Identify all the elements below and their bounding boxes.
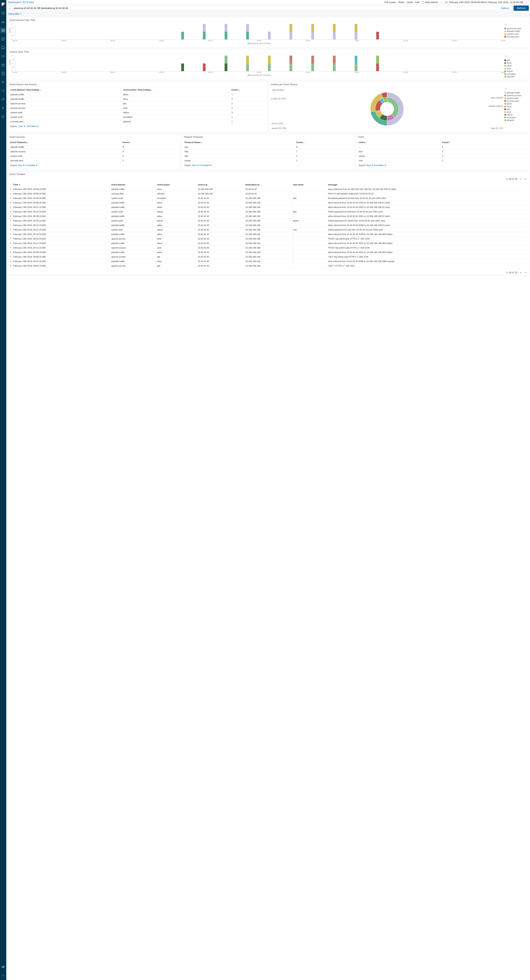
query-options[interactable]: Options [500, 7, 511, 10]
legend-item[interactable]: apache.access [504, 94, 525, 97]
table-row[interactable]: sftp2 [184, 154, 353, 158]
table-row[interactable]: apache.accesspost2 [10, 106, 265, 110]
col-message[interactable]: message [327, 182, 527, 187]
legend-item[interactable]: get [504, 59, 525, 62]
est-chart[interactable]: Count 00.5 11.5 2 08:1508:3008:4509:0009… [10, 23, 503, 46]
col-time[interactable]: Time ▼ [12, 182, 110, 187]
table-row[interactable]: system.authaccepted1 [10, 115, 265, 119]
nav-canvas[interactable] [0, 45, 6, 51]
col-sourceip[interactable]: source.ip [197, 182, 244, 187]
expand-row-icon[interactable]: ▸ [10, 187, 12, 191]
legend-item[interactable]: system.auth [504, 97, 525, 100]
col-action[interactable]: event.action: Descending◇ [122, 88, 231, 92]
nav-collapse[interactable] [0, 972, 6, 978]
expand-row-icon[interactable]: ▸ [10, 259, 12, 264]
legend-item[interactable]: failure [504, 113, 525, 116]
col-users[interactable]: Users◇ [358, 140, 441, 145]
expand-row-icon[interactable]: ▸ [10, 232, 12, 237]
table-row[interactable]: ssh8 [184, 145, 353, 150]
expand-row-icon[interactable]: ▸ [10, 228, 12, 232]
col-dataset[interactable]: Event Datasets◇ [10, 140, 121, 145]
table-row[interactable]: system.auth4 [10, 154, 178, 158]
expand-row-icon[interactable]: ▸ [10, 250, 12, 255]
nav-discover[interactable] [0, 10, 6, 16]
table-row[interactable]: ▸February 13th 2019, 09:26:19.000system.… [10, 218, 527, 223]
legend-item[interactable]: accepted [504, 73, 525, 75]
nav-apm[interactable] [0, 79, 6, 85]
export-raw[interactable]: Raw ⬇ [19, 125, 25, 127]
table-row[interactable]: paloalto.trafficdeny2 [10, 97, 265, 101]
breadcrumb-current[interactable]: ECS Intro [23, 1, 34, 4]
nav-timelion[interactable] [0, 36, 6, 42]
export-raw[interactable]: Raw ⬇ [18, 164, 25, 166]
nav-ml[interactable] [0, 53, 6, 59]
col-destip[interactable]: destination.ip [244, 182, 292, 187]
export-formatted[interactable]: Formatted ⬇ [374, 164, 386, 166]
table-row[interactable]: suricata.alertallowed1 [10, 119, 265, 124]
col-action[interactable]: event.action [156, 182, 197, 187]
legend-item[interactable]: get [504, 108, 525, 111]
expand-row-icon[interactable]: ▸ [10, 223, 12, 228]
table-row[interactable]: ▸February 13th 2019, 09:46:19.000paloalt… [10, 187, 527, 191]
table-row[interactable]: ▸February 13th 2019, 09:16:19.000apache.… [10, 237, 527, 241]
col-dataset[interactable]: event.dataset: Descending◇ [10, 88, 122, 92]
table-row[interactable]: ▸February 13th 2019, 09:36:19.000paloalt… [10, 200, 527, 205]
pager-prev-icon[interactable] [519, 271, 522, 274]
table-row[interactable]: ▸February 13th 2019, 09:16:19.000paloalt… [10, 232, 527, 237]
chevron-right-icon[interactable] [504, 88, 507, 90]
legend-item[interactable]: paloalto.traffic [504, 30, 525, 33]
legend-item[interactable]: deny [504, 62, 525, 64]
expand-row-icon[interactable]: ▸ [10, 237, 12, 241]
nav-dashboard[interactable] [0, 27, 6, 33]
expand-row-icon[interactable]: ▸ [10, 241, 12, 246]
nav-logs[interactable] [0, 70, 6, 76]
expand-row-icon[interactable]: ▸ [10, 200, 12, 205]
nav-monitoring[interactable] [0, 105, 6, 111]
table-row[interactable]: ▸February 13th 2019, 09:26:19.000paloalt… [10, 214, 527, 218]
expand-row-icon[interactable]: ▸ [10, 214, 12, 218]
legend-item[interactable]: post [504, 111, 525, 113]
table-row[interactable]: paloalto.trafficallow7 [10, 92, 265, 97]
table-row[interactable]: mysql1 [184, 158, 353, 163]
pager-next-icon[interactable] [524, 271, 527, 274]
action-edit[interactable]: Edit [415, 1, 419, 4]
chevron-right-icon[interactable] [504, 55, 507, 57]
nav-devtools[interactable] [0, 96, 6, 102]
table-row[interactable]: ▸February 13th 2019, 09:21:19.000paloalt… [10, 223, 527, 228]
table-row[interactable]: apache.access4 [10, 150, 178, 154]
query-input[interactable] [14, 7, 498, 10]
table-row[interactable]: -4 [358, 145, 527, 150]
legend-item[interactable]: deny [504, 105, 525, 108]
nav-visualize[interactable] [0, 19, 6, 25]
expand-row-icon[interactable]: ▸ [10, 210, 12, 214]
table-row[interactable]: ▸February 13th 2019, 09:11:19.000paloalt… [10, 241, 527, 246]
kibana-logo[interactable] [0, 2, 6, 8]
aot-chart[interactable]: Count 00.5 11.5 2 08:1508:3008:4509:0009… [10, 55, 503, 78]
chevron-right-icon[interactable] [504, 23, 507, 26]
legend-item[interactable]: allow [504, 64, 525, 67]
table-row[interactable]: ▸February 13th 2019, 09:21:19.000system.… [10, 228, 527, 232]
legend-item[interactable]: apache.access [504, 27, 525, 30]
table-row[interactable]: ▸February 13th 2019, 09:11:19.000apache.… [10, 246, 527, 250]
action-clone[interactable]: Clone [407, 1, 413, 4]
table-row[interactable]: ▸February 13th 2019, 09:01:19.000paloalt… [10, 259, 527, 264]
table-row[interactable]: ▸February 13th 2019, 09:06:19.000apache.… [10, 255, 527, 259]
refresh-button[interactable]: Refresh [514, 5, 529, 11]
legend-item[interactable]: failure [504, 70, 525, 73]
col-count[interactable]: Count◇ [231, 88, 265, 92]
table-row[interactable]: apache.accessget2 [10, 101, 265, 106]
query-input-wrap[interactable]: >_ Options [8, 6, 512, 11]
table-row[interactable]: ▸February 13th 2019, 09:46:19.000suricat… [10, 191, 527, 196]
add-filter[interactable]: Add a filter [8, 13, 22, 15]
table-row[interactable]: ▸February 13th 2019, 09:31:19.000system.… [10, 210, 527, 214]
legend-item[interactable]: post [504, 67, 525, 70]
legend-item[interactable]: allowed [504, 75, 525, 78]
export-raw[interactable]: Raw ⬇ [192, 164, 199, 166]
nav-graph[interactable] [0, 88, 6, 94]
export-formatted[interactable]: Formatted ⬇ [27, 125, 39, 127]
legend-item[interactable]: suricata.alert [504, 100, 525, 102]
time-prev-icon[interactable] [440, 1, 442, 3]
pager-prev-icon[interactable] [519, 178, 522, 180]
col-count[interactable]: Count◇ [295, 140, 353, 145]
breadcrumb-root[interactable]: Dashboard [8, 1, 21, 4]
